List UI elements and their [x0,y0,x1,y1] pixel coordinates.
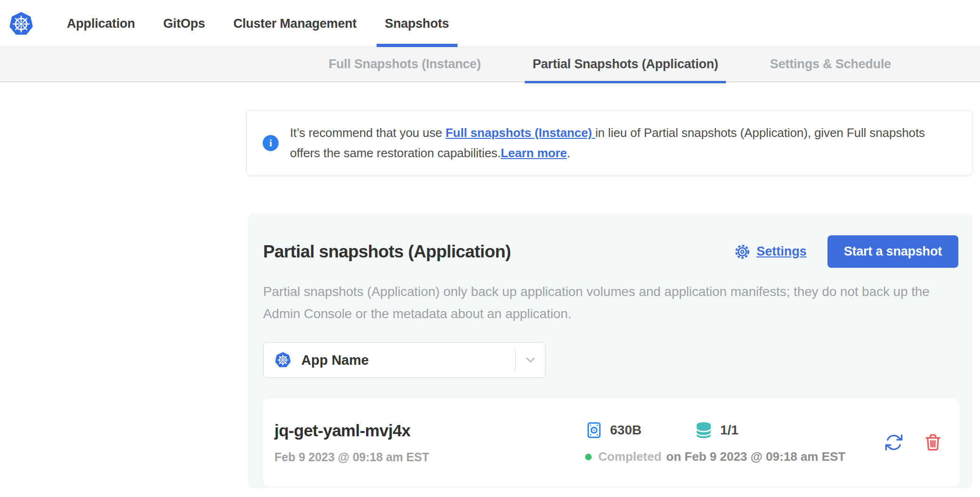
snapshot-size-stat: 630B [585,421,642,439]
panel-title: Partial snapshots (Application) [263,242,511,262]
restore-snapshot-button[interactable] [884,433,904,452]
snapshots-tab-bar: Full Snapshots (Instance) Partial Snapsh… [0,47,980,82]
snapshot-size-value: 630B [610,423,642,438]
trash-icon [924,433,942,452]
database-icon [694,421,713,440]
panel-header: Partial snapshots (Application) Settings… [263,235,958,268]
snapshot-volumes-stat: 1/1 [694,421,739,440]
snapshot-actions [884,433,942,452]
nav-item-snapshots[interactable]: Snapshots [377,0,458,47]
snapshot-settings-link[interactable]: Settings [734,243,807,260]
disk-icon [585,421,603,439]
app-selector-dropdown[interactable]: App Name [263,342,546,378]
main-content: i It’s recommend that you use Full snaps… [0,110,980,488]
snapshot-row[interactable]: jq-get-yaml-mvj4x Feb 9 2023 @ 09:18 am … [263,399,959,486]
status-dot-icon [585,454,592,460]
snapshot-status: Completed on Feb 9 2023 @ 09:18 am EST [585,449,884,464]
learn-more-link[interactable]: Learn more [501,146,567,160]
settings-label: Settings [756,244,807,259]
full-snapshots-link[interactable]: Full snapshots (Instance) [446,126,595,140]
nav-item-gitops[interactable]: GitOps [155,0,214,47]
tab-settings-schedule[interactable]: Settings & Schedule [763,47,899,82]
gear-icon [734,243,751,260]
delete-snapshot-button[interactable] [924,433,942,452]
info-banner-text: It’s recommend that you use Full snapsho… [290,123,944,163]
top-nav: Application GitOps Cluster Management Sn… [0,0,980,47]
app-selector-value: App Name [301,353,369,368]
app-kubernetes-icon [274,351,292,369]
info-icon: i [263,135,279,151]
info-banner: i It’s recommend that you use Full snaps… [246,110,972,176]
snapshot-info: jq-get-yaml-mvj4x Feb 9 2023 @ 09:18 am … [274,421,585,464]
snapshot-details: 630B 1/1 [585,421,884,464]
snapshot-name: jq-get-yaml-mvj4x [274,421,585,440]
partial-snapshots-panel: Partial snapshots (Application) Settings… [248,214,972,488]
banner-text-after: . [567,146,570,160]
start-snapshot-button[interactable]: Start a snapshot [827,235,958,268]
tab-partial-snapshots[interactable]: Partial Snapshots (Application) [525,47,725,82]
kubernetes-logo-icon [8,11,34,37]
primary-nav: Application GitOps Cluster Management Sn… [58,0,458,47]
restore-icon [884,433,904,452]
kots-admin-console: Application GitOps Cluster Management Sn… [0,0,980,488]
tab-full-snapshots[interactable]: Full Snapshots (Instance) [321,47,489,82]
panel-description: Partial snapshots (Application) only bac… [263,281,943,325]
snapshot-volumes-value: 1/1 [720,423,739,438]
snapshot-started-date: Feb 9 2023 @ 09:18 am EST [274,450,585,464]
banner-text-before: It’s recommend that you use [290,126,446,140]
nav-item-cluster-management[interactable]: Cluster Management [225,0,365,47]
chevron-down-icon [516,353,545,367]
status-finished-date: on Feb 9 2023 @ 09:18 am EST [666,449,845,464]
nav-item-application[interactable]: Application [58,0,144,47]
status-label: Completed [598,449,661,464]
